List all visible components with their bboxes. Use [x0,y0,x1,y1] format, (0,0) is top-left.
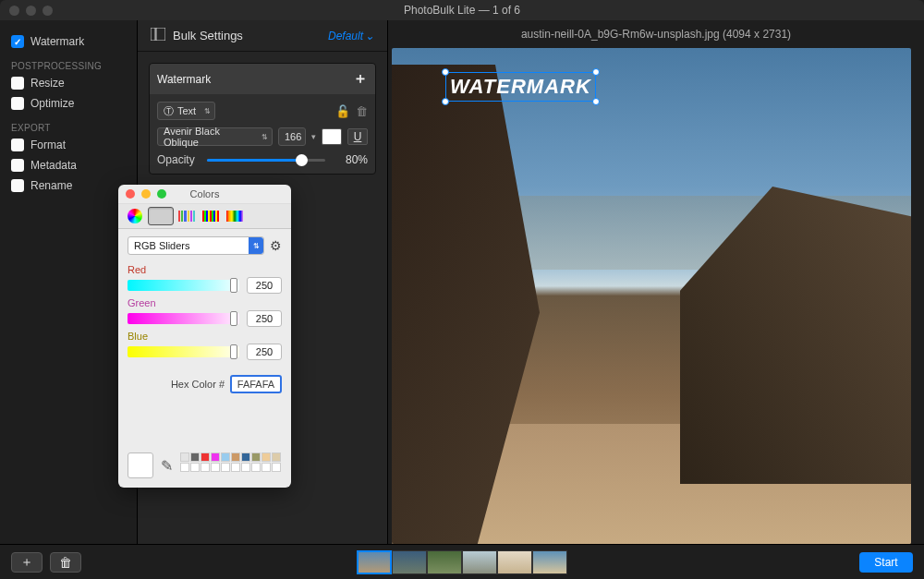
swatch-cell[interactable] [221,452,230,462]
swatch-cell[interactable] [241,452,250,462]
blue-value[interactable]: 250 [247,344,282,360]
colors-titlebar[interactable]: Colors [118,185,291,203]
red-value[interactable]: 250 [247,277,282,294]
slider-thumb[interactable] [296,154,308,166]
watermark-overlay[interactable]: WATERMARK [445,72,596,102]
sidebar-resize-toggle[interactable]: Resize [11,75,126,91]
green-slider[interactable] [128,313,239,324]
swatch-cell[interactable] [251,452,261,462]
thumbnail[interactable] [357,550,392,574]
watermark-type-select[interactable]: Ⓣ Text ⇅ [157,102,215,120]
swatch-cell[interactable] [261,452,271,462]
green-value[interactable]: 250 [247,310,282,327]
swatch-grid[interactable] [180,452,281,472]
updown-caret-icon: ⇅ [204,107,211,115]
swatch-cell[interactable] [272,452,281,462]
swatch-cell[interactable] [190,463,200,472]
minimize-window-icon[interactable] [26,6,36,16]
swatch-cell[interactable] [201,452,210,462]
sidebar-rename-toggle[interactable]: Rename [11,177,126,194]
sidebar-watermark-toggle[interactable]: ✓ Watermark [11,33,126,50]
opacity-slider[interactable] [207,159,325,162]
resize-handle[interactable] [442,98,449,105]
current-color-swatch[interactable] [128,452,153,478]
checkbox-icon [11,139,24,151]
sidebar-metadata-label: Metadata [30,159,77,172]
preset-dropdown[interactable]: Default ⌄ [328,30,374,42]
swatch-cell[interactable] [180,463,189,472]
opacity-row: Opacity 80% [157,153,368,166]
swatch-cell[interactable] [201,463,210,472]
add-image-button[interactable]: ＋ [11,552,43,573]
sliders-tab[interactable] [148,207,174,225]
swatch-cell[interactable] [272,463,281,472]
colors-panel[interactable]: Colors RGB Sliders ⇅ ⚙ Red 250 Green 250… [118,185,291,488]
eyedropper-icon[interactable]: ✎ [161,457,173,475]
svg-rect-1 [156,28,165,41]
resize-handle[interactable] [592,68,600,76]
start-button[interactable]: Start [859,552,913,573]
sidebar-watermark-label: Watermark [30,35,84,48]
thumbnail[interactable] [427,550,462,574]
swatch-cell[interactable] [241,463,250,472]
spectrum-tab[interactable] [200,207,222,225]
swatch-cell[interactable] [211,463,220,472]
delete-image-button[interactable]: 🗑 [50,552,81,573]
chevron-down-icon[interactable]: ▾ [311,132,316,141]
swatch-cell[interactable] [211,452,220,462]
thumbnail[interactable] [392,550,427,574]
color-swatch[interactable] [322,128,342,145]
sidebar-section-postprocessing: POSTPROCESSING [11,61,126,71]
swatch-cell[interactable] [261,463,271,472]
pencils-tab[interactable] [224,207,246,225]
swatch-cell[interactable] [231,452,240,462]
sidebar-metadata-toggle[interactable]: Metadata [11,157,126,174]
checkbox-icon [11,97,24,110]
add-watermark-button[interactable]: ＋ [353,69,368,89]
swatch-area: ✎ [128,452,282,478]
slider-mode-select[interactable]: RGB Sliders ⇅ [128,236,264,255]
font-select[interactable]: Avenir Black Oblique ⇅ [157,127,273,146]
sidebar-optimize-toggle[interactable]: Optimize [11,95,126,112]
underline-toggle[interactable]: U [347,128,368,145]
updown-caret-icon: ⇅ [261,133,268,141]
slider-thumb[interactable] [230,344,237,359]
slider-thumb[interactable] [230,311,237,326]
preview-canvas[interactable]: WATERMARK [392,48,911,544]
red-label: Red [128,264,282,275]
sidebar-section-export: EXPORT [11,123,126,133]
zoom-window-icon[interactable] [43,6,53,16]
watermark-card-header: Watermark ＋ [150,64,375,94]
thumbnail[interactable] [532,550,567,574]
close-window-icon[interactable] [9,6,19,16]
thumbnail-strip [357,550,567,574]
resize-handle[interactable] [442,68,449,76]
chevron-down-icon: ⌄ [365,30,374,42]
swatch-cell[interactable] [221,463,230,472]
sidebar-format-toggle[interactable]: Format [11,137,126,153]
sidebar-rename-label: Rename [30,179,72,192]
rgb-sliders: Red 250 Green 250 Blue 250 [118,259,291,366]
bottom-bar: ＋ 🗑 Start [0,544,924,579]
spectrum-icon [202,211,219,222]
trash-icon[interactable]: 🗑 [356,104,368,118]
thumbnail[interactable] [462,550,497,574]
palettes-tab[interactable] [176,207,198,225]
slider-thumb[interactable] [230,278,237,293]
gear-icon[interactable]: ⚙ [270,238,282,253]
blue-slider[interactable] [128,346,239,357]
resize-handle[interactable] [592,98,600,105]
watermark-overlay-text: WATERMARK [450,75,591,98]
swatch-cell[interactable] [180,452,189,462]
font-size-stepper[interactable]: 166 [278,127,306,146]
thumbnail[interactable] [497,550,532,574]
preview-filename: austin-neill-0A_b9G-Rm6w-unsplash.jpg (4… [388,20,924,48]
lock-icon[interactable]: 🔓 [335,104,350,118]
hex-input[interactable]: FAFAFA [230,375,282,393]
red-slider[interactable] [128,280,239,291]
swatch-cell[interactable] [231,463,240,472]
font-label: Avenir Black Oblique [164,126,253,148]
swatch-cell[interactable] [190,452,200,462]
color-wheel-tab[interactable] [124,207,146,225]
swatch-cell[interactable] [251,463,261,472]
